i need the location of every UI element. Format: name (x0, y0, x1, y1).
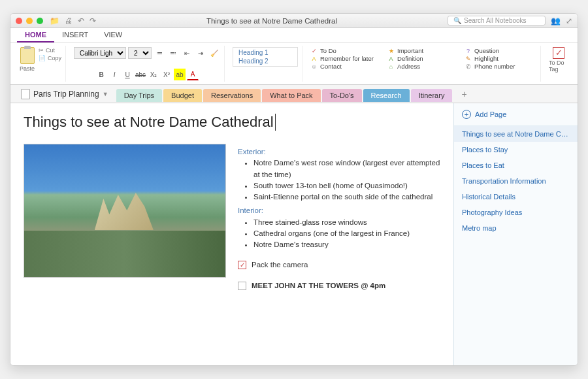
tag-definition[interactable]: ADefinition (387, 55, 459, 62)
bold-button[interactable]: B (95, 69, 107, 80)
todo-tag-group: To Do Tag (545, 46, 572, 82)
close-window-button[interactable] (16, 18, 22, 24)
page-canvas[interactable]: Things to see at Notre Dame Cathedral Ex… (10, 103, 453, 365)
paste-button[interactable]: Paste (20, 47, 35, 72)
style-heading2[interactable]: Heading 2 (238, 58, 292, 65)
ribbon-tab-home[interactable]: HOME (17, 28, 54, 42)
zoom-window-button[interactable] (37, 18, 43, 24)
todo-item-1[interactable]: ✓ Pack the camera (238, 259, 440, 271)
search-icon: 🔍 (453, 17, 461, 24)
tag-icon: ? (465, 47, 472, 54)
note-image[interactable] (24, 144, 226, 278)
clipboard-icon (20, 47, 35, 64)
search-placeholder: Search All Notebooks (464, 17, 527, 24)
notebook-icon (21, 89, 30, 99)
outdent-button[interactable]: ⇤ (181, 47, 193, 59)
tag-highlight[interactable]: ✎Highlight (465, 55, 536, 62)
tag-to-do[interactable]: ✓To Do (310, 47, 382, 54)
style-heading1[interactable]: Heading 1 (238, 49, 292, 56)
interior-heading: Interior: (238, 205, 440, 216)
section-tab-budget[interactable]: Budget (163, 89, 202, 102)
print-icon[interactable]: 🖨 (65, 16, 73, 25)
section-tab-research[interactable]: Research (363, 89, 410, 102)
styles-group: Heading 1 Heading 2 (229, 46, 302, 82)
font-family-select[interactable]: Calibri Light (74, 47, 126, 59)
plus-circle-icon: + (462, 110, 471, 119)
list-item: South tower 13-ton bell (home of Quasimo… (253, 180, 440, 191)
tag-icon: ★ (387, 47, 395, 54)
note-text[interactable]: Exterior: Notre Dame's west rose window … (238, 144, 440, 291)
cut-button[interactable]: ✂ Cut (39, 47, 61, 54)
share-icon[interactable]: 👥 (551, 16, 561, 25)
font-color-button[interactable]: A (187, 69, 199, 80)
indent-button[interactable]: ⇥ (195, 47, 206, 59)
section-tab-what-to-pack[interactable]: What to Pack (262, 89, 320, 102)
highlight-button[interactable]: ab (174, 69, 186, 80)
add-page-button[interactable]: + Add Page (454, 103, 578, 126)
italic-button[interactable]: I (108, 69, 120, 80)
todo-2-label: MEET JOHN AT THE TOWERS @ 4pm (252, 280, 385, 291)
font-size-select[interactable]: 20 (128, 47, 152, 59)
page-item[interactable]: Transportation Information (454, 173, 578, 189)
minimize-window-button[interactable] (26, 18, 33, 24)
superscript-button[interactable]: X² (161, 69, 172, 80)
undo-icon[interactable]: ↶ (78, 16, 84, 25)
share-buttons: 👥 ⤢ (551, 16, 572, 25)
bullets-button[interactable]: ≔ (154, 47, 165, 59)
checkbox-checked-icon[interactable]: ✓ (238, 261, 246, 269)
tag-contact[interactable]: ☺Contact (310, 63, 382, 70)
list-item: Cathedral organs (one of the largest in … (253, 228, 440, 239)
list-item: Notre Dame's west rose window (largest e… (253, 157, 440, 180)
ribbon-tab-view[interactable]: VIEW (96, 28, 130, 42)
notebook-name: Paris Trip Planning (33, 90, 99, 99)
clear-formatting-button[interactable]: 🧹 (208, 47, 220, 59)
tag-remember-for-later[interactable]: ARemember for later (310, 55, 382, 62)
section-tab-to-do-s[interactable]: To-Do's (322, 89, 362, 102)
underline-button[interactable]: U (122, 69, 133, 80)
fullscreen-icon[interactable]: ⤢ (566, 16, 572, 25)
tag-important[interactable]: ★Important (387, 47, 459, 54)
tag-question[interactable]: ?Question (465, 47, 536, 54)
exterior-heading: Exterior: (238, 146, 440, 157)
tag-phone-number[interactable]: ✆Phone number (465, 63, 536, 70)
folder-icon[interactable]: 📁 (50, 16, 59, 25)
todo-item-2[interactable]: ✓ MEET JOHN AT THE TOWERS @ 4pm (238, 280, 440, 291)
clipboard-group: Paste ✂ Cut 📄 Copy (16, 46, 66, 82)
search-input[interactable]: 🔍 Search All Notebooks (448, 16, 546, 25)
section-tab-day-trips[interactable]: Day Trips (116, 89, 162, 102)
checkbox-icon (553, 47, 564, 59)
tag-icon: ✆ (465, 63, 472, 70)
chevron-down-icon: ▼ (103, 91, 108, 97)
tag-address[interactable]: ⌂Address (387, 63, 459, 70)
add-section-button[interactable]: + (455, 86, 473, 102)
copy-button[interactable]: 📄 Copy (39, 55, 61, 61)
subscript-button[interactable]: X₂ (148, 69, 159, 80)
ribbon-tab-insert[interactable]: INSERT (54, 28, 96, 42)
paste-label: Paste (20, 65, 35, 72)
tags-group: ✓To Do★Important?QuestionARemember for l… (306, 46, 541, 82)
list-item: Notre Dame's treasury (253, 239, 440, 250)
page-item[interactable]: Places to Eat (454, 157, 578, 173)
page-item[interactable]: Things to see at Notre Dame Cath... (454, 126, 578, 142)
notebook-bar: Paris Trip Planning ▼ Day TripsBudgetRes… (10, 85, 578, 103)
checkbox-empty-icon[interactable]: ✓ (238, 282, 246, 290)
section-tab-itinerary[interactable]: Itinerary (411, 89, 453, 102)
page-item[interactable]: Historical Details (454, 189, 578, 205)
page-list-panel: + Add Page Things to see at Notre Dame C… (453, 103, 578, 365)
numbering-button[interactable]: ≕ (167, 47, 179, 59)
page-title[interactable]: Things to see at Notre Dame Cathedral (24, 114, 276, 131)
tag-icon: ✓ (310, 47, 318, 54)
section-tab-reservations[interactable]: Reservations (203, 89, 261, 102)
tag-icon: A (387, 55, 395, 62)
page-item[interactable]: Photography Ideas (454, 205, 578, 220)
content-area: Things to see at Notre Dame Cathedral Ex… (10, 103, 578, 365)
todo-tag-button[interactable]: To Do Tag (549, 47, 568, 73)
list-item: Three stained-glass rose windows (253, 217, 440, 228)
tag-icon: A (310, 55, 318, 62)
page-item[interactable]: Places to Stay (454, 142, 578, 157)
page-item[interactable]: Metro map (454, 220, 578, 236)
notebook-selector[interactable]: Paris Trip Planning ▼ (16, 87, 114, 101)
redo-icon[interactable]: ↷ (90, 16, 96, 25)
strikethrough-button[interactable]: abc (135, 69, 146, 80)
tag-icon: ✎ (465, 55, 472, 62)
